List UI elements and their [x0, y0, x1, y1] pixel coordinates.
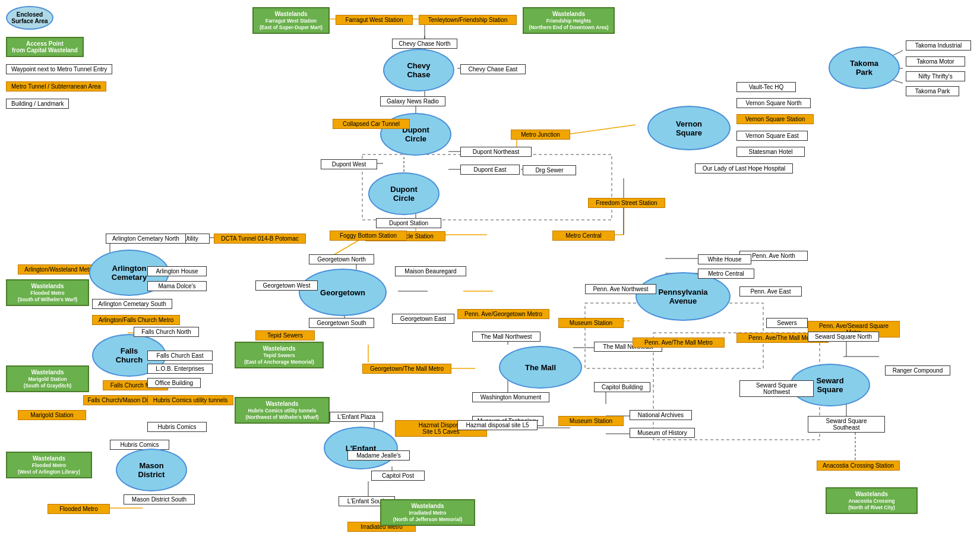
metro-penn-ave-mall: Penn. Ave/The Mall Metro: [633, 338, 725, 348]
building-takoma-motor: Takoma Motor: [906, 56, 965, 67]
wp-georgetown-west: Georgetown West: [255, 280, 318, 291]
building-washington-monument: Washington Monument: [472, 392, 549, 402]
building-capitol: Capitol Building: [594, 382, 650, 392]
metro-arlington-wasteland: Arlington/Wasteland Metro: [18, 264, 101, 275]
wp-vernon-square-east: Vernon Square East: [736, 131, 808, 141]
wp-seward-square-northwest: Seward Square Northwest: [739, 380, 814, 397]
legend: EnclosedSurface Area Access Pointfrom Ca…: [6, 6, 112, 109]
wp-georgetown-east: Georgetown East: [392, 314, 454, 324]
metro-vernon-square-station: Vernon Square Station: [736, 114, 814, 124]
building-hubris-comics-2: Hubris Comics: [110, 440, 169, 450]
metro-flooded-lower: Flooded Metro: [48, 504, 110, 514]
wp-georgetown-north: Georgetown North: [309, 254, 374, 264]
building-museum-history: Museum of History: [630, 428, 695, 438]
wp-dupont-station: Dupont Station: [376, 218, 441, 228]
metro-penn-ave-georgetown: Penn. Ave/Georgetown Metro: [457, 309, 549, 319]
building-sewers: Sewers: [766, 318, 808, 328]
metro-freedom-street: Freedom Street Station: [588, 198, 665, 208]
legend-metro-box: Metro Tunnel / Subterranean Area: [6, 81, 106, 92]
building-nifty-thrify: Nifty Thrifty's: [906, 71, 965, 81]
wp-penn-ave-northwest: Penn. Ave Northwest: [585, 284, 656, 294]
wp-seward-square-north: Seward Square North: [808, 332, 879, 342]
wp-dupont-west: Dupont West: [321, 159, 377, 169]
metro-farragut-west: Farragut West Station: [336, 15, 413, 25]
area-dupont-circle-lower: DupontCircle: [368, 172, 440, 215]
wp-dupont-northeast: Dupont Northeast: [460, 147, 532, 157]
legend-access: Access Pointfrom Capital Wasteland: [6, 37, 112, 57]
wp-georgetown-south: Georgetown South: [309, 318, 374, 328]
wp-penn-ave-east: Penn. Ave East: [739, 286, 802, 297]
metro-foggy-bottom: Foggy Bottom Station: [330, 231, 407, 241]
wasteland-anacostia: WastelandsAnacostia Crossing(North of Ri…: [826, 487, 918, 514]
metro-collapsed-car-tunnel: Collapsed Car Tunnel: [333, 119, 410, 129]
wasteland-farragut: WastelandsFarragut West Station(East of …: [252, 7, 330, 34]
area-vernon-square: VernonSquare: [647, 106, 731, 150]
wp-galaxy-news: Galaxy News Radio: [380, 96, 445, 106]
area-l-enfant: L'Enfant: [324, 427, 398, 469]
wp-falls-church-north: Falls Church North: [134, 327, 199, 337]
building-takoma-park: Takoma Park: [906, 86, 959, 96]
metro-tepid-sewers: Tepid Sewers: [255, 330, 315, 340]
building-hubris-comics: Hubris Comics: [147, 422, 207, 432]
wasteland-friendship: WastelandsFriendship Heights(Northern En…: [523, 7, 615, 34]
metro-dcta-tunnel: DCTA Tunnel 014-B Potomac: [214, 234, 306, 244]
wp-seward-square-southeast: Seward Square Southeast: [808, 416, 885, 433]
building-capitol-post: Capitol Post: [371, 471, 425, 481]
wp-mall-northwest: The Mall Northwest: [472, 332, 540, 342]
wasteland-irradiated-metro: WastelandsIrradiated Metro(North of Jeff…: [380, 499, 475, 526]
wp-arlington-cemetery-south: Arlington Cemetary South: [92, 299, 172, 309]
wp-arlington-cemetery-north: Arlington Cemetary North: [106, 234, 186, 244]
building-metro-central: Metro Central: [698, 269, 754, 279]
legend-enclosed: EnclosedSurface Area: [6, 6, 112, 30]
wp-chevy-chase-east: Chevy Chase East: [460, 64, 526, 74]
wp-l-enfant-plaza: L'Enfant Plaza: [330, 412, 383, 422]
legend-building: Building / Landmark: [6, 99, 112, 109]
wasteland-hubris: WastelandsHubris Comics utility tunnels(…: [235, 397, 330, 424]
building-white-house: White House: [698, 254, 751, 264]
building-drg-sewer: Drg Sewer: [523, 165, 576, 175]
wp-mason-district-south: Mason District South: [124, 494, 195, 504]
legend-building-box: Building / Landmark: [6, 99, 69, 109]
building-ranger-compound: Ranger Compound: [885, 365, 950, 376]
building-arlington-house: Arlington House: [147, 266, 207, 276]
building-maison-beauregard: Maison Beauregard: [395, 266, 466, 276]
legend-enclosed-box: EnclosedSurface Area: [6, 6, 53, 30]
legend-metro: Metro Tunnel / Subterranean Area: [6, 81, 112, 92]
metro-anacostia-crossing: Anacostia Crossing Station: [817, 461, 900, 471]
wp-dupont-east: Dupont East: [460, 165, 520, 175]
metro-tenleytown: Tenleytown/Friendship Station: [419, 15, 517, 25]
wasteland-tepid-sewers: WastelandsTepid Sewers(East of Anchorage…: [235, 342, 324, 368]
area-the-mall: The Mall: [499, 346, 582, 389]
building-hazmat-disposal: Hazmat disposal site L5: [457, 420, 538, 430]
wasteland-marigold: WastelandsMarigold Station(South of Gray…: [6, 365, 89, 392]
wp-vernon-square-north: Vernon Square North: [736, 98, 811, 108]
metro-georgetown-mall: Georgetown/The Mall Metro: [362, 364, 451, 374]
wp-takoma-industrial: Takoma Industrial: [906, 40, 971, 51]
metro-arlington-falls-church: Arlington/Falls Church Metro: [92, 315, 180, 325]
area-mason-district: MasonDistrict: [116, 449, 187, 491]
building-lob-enterprises: L.O.B. Enterprises: [147, 364, 213, 374]
metro-central-top: Metro Central: [552, 231, 615, 241]
metro-junction: Metro Junction: [511, 130, 570, 140]
building-mama-dolces: Mama Dolce's: [147, 281, 207, 291]
map-container: EnclosedSurface Area Access Pointfrom Ca…: [0, 0, 980, 555]
building-statesman-hotel: Statesman Hotel: [736, 147, 805, 157]
legend-waypoint-box: Waypoint next to Metro Tunnel Entry: [6, 64, 112, 74]
building-madame-jealle: Madame Jealle's: [347, 450, 410, 461]
building-vault-tec: Vault-Tec HQ: [736, 82, 796, 92]
area-takoma-park: TakomaPark: [829, 46, 900, 89]
building-hospital: Our Lady of Last Hope Hospital: [695, 163, 793, 174]
wp-falls-church-east: Falls Church East: [147, 351, 213, 361]
building-national-archives: National Archives: [630, 410, 692, 420]
building-office: Office Building: [147, 378, 201, 388]
legend-waypoint: Waypoint next to Metro Tunnel Entry: [6, 64, 112, 74]
wasteland-flooded-arlington: WastelandsFlooded Metro(West of Arlingto…: [6, 452, 92, 478]
area-chevy-chase: ChevyChase: [383, 49, 454, 92]
wasteland-arlington: WastelandsFlooded Metro(South of Wilhelm…: [6, 279, 89, 306]
area-georgetown: Georgetown: [299, 269, 387, 316]
metro-museum-station-top: Museum Station: [558, 318, 624, 328]
metro-museum-station-lower: Museum Station: [558, 416, 624, 426]
metro-hubris-utility: Hubris Comics utility tunnels: [147, 395, 233, 405]
area-pennsylvania-avenue: PennsylvaniaAvenue: [636, 272, 731, 321]
metro-marigold-station: Marigold Station: [18, 410, 86, 420]
